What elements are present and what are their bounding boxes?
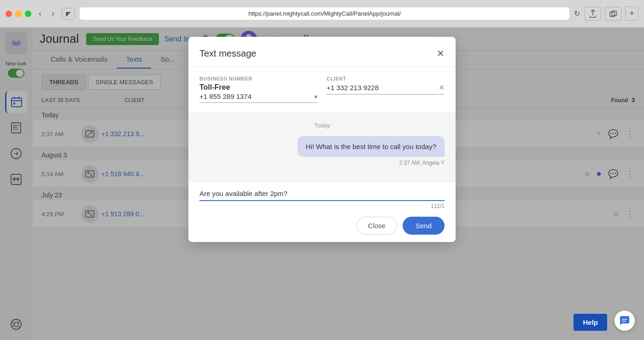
traffic-lights (6, 11, 31, 17)
chat-bubble: Hi! What is the best time to call you to… (298, 136, 445, 157)
send-button[interactable]: Send (403, 217, 445, 235)
modal-header: Text message ✕ (188, 37, 456, 67)
modal-close-button[interactable]: ✕ (437, 48, 445, 59)
new-window-button[interactable] (605, 7, 621, 21)
modal-form: BUSINESS NUMBER Toll-Free +1 855 289 137… (188, 67, 456, 113)
chat-bubble-wrap: Hi! What is the best time to call you to… (199, 136, 445, 157)
compose-actions: Close Send (199, 217, 445, 235)
compose-counter: 112/1 (199, 203, 445, 209)
chat-meta: 2:37 AM, Angela Y (199, 160, 445, 166)
client-number-value: +1 332 213 9228 (327, 84, 439, 92)
client-number-label: CLIENT (327, 76, 445, 81)
browser-actions: + (585, 6, 638, 21)
chat-widget[interactable] (615, 311, 635, 331)
forward-button[interactable]: › (49, 8, 57, 19)
client-number-input-row: +1 332 213 9228 ✕ (327, 83, 445, 95)
client-number-group: CLIENT +1 332 213 9228 ✕ (327, 76, 445, 103)
close-window-button[interactable] (6, 11, 12, 17)
url-bar[interactable] (80, 7, 569, 20)
sidebar-toggle-button[interactable]: ◤ (62, 8, 75, 20)
business-number-value: +1 855 289 1374 (199, 92, 314, 100)
back-button[interactable]: ‹ (36, 8, 44, 19)
share-button[interactable] (585, 7, 601, 21)
dropdown-arrow-icon: ▾ (314, 93, 317, 100)
reload-button[interactable]: ↻ (574, 9, 580, 18)
new-tab-button[interactable]: + (625, 6, 638, 21)
modal-title: Text message (199, 48, 256, 59)
browser-chrome: ‹ › ◤ ↻ + (0, 0, 644, 28)
business-type-value: Toll-Free (199, 83, 317, 92)
business-number-select[interactable]: +1 855 289 1374 ▾ (199, 92, 317, 103)
modal-chat-area: Today Hi! What is the best time to call … (188, 113, 456, 182)
minimize-window-button[interactable] (15, 11, 22, 17)
clear-client-icon[interactable]: ✕ (439, 83, 445, 92)
business-number-label: BUSINESS NUMBER (199, 76, 317, 81)
compose-input[interactable] (199, 190, 445, 201)
modal-backdrop: Text message ✕ BUSINESS NUMBER Toll-Free… (0, 28, 644, 340)
maximize-window-button[interactable] (25, 11, 31, 17)
chat-date-label: Today (199, 122, 445, 129)
modal-compose-area: 112/1 Close Send (188, 182, 456, 242)
business-number-group: BUSINESS NUMBER Toll-Free +1 855 289 137… (199, 76, 317, 103)
help-button[interactable]: Help (574, 314, 607, 331)
text-message-modal: Text message ✕ BUSINESS NUMBER Toll-Free… (188, 37, 456, 242)
close-button[interactable]: Close (357, 217, 397, 235)
